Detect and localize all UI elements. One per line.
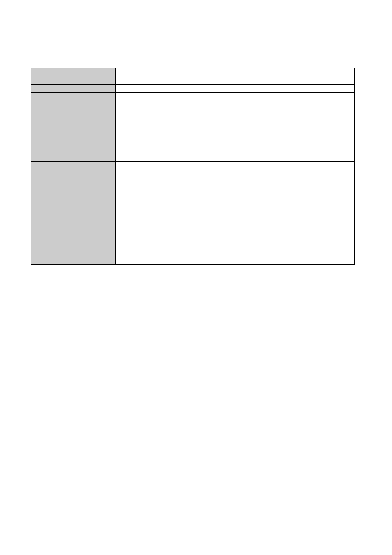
table-row [31,68,355,76]
label-cell [31,162,116,256]
label-cell [31,256,116,265]
value-cell [116,68,355,76]
label-cell [31,76,116,85]
value-cell [116,76,355,85]
label-cell [31,93,116,162]
form-table [31,68,355,265]
label-cell [31,68,116,76]
table-row [31,93,355,162]
value-cell [116,162,355,256]
page [0,0,392,555]
table-row [31,162,355,256]
table-row [31,256,355,265]
value-cell [116,93,355,162]
label-cell [31,85,116,93]
value-cell [116,85,355,93]
table-row [31,76,355,85]
value-cell [116,256,355,265]
table-row [31,85,355,93]
